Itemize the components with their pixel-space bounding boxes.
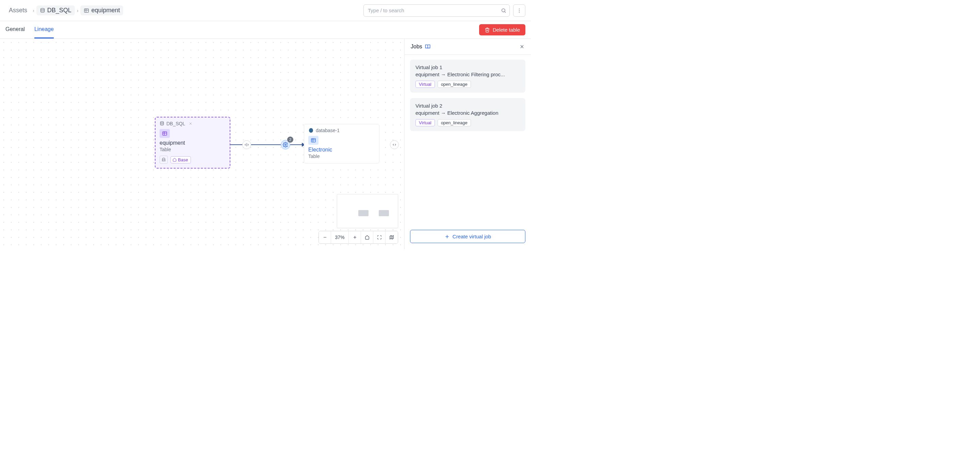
- edge-count-badge: 2: [287, 137, 293, 143]
- zoom-level: 37%: [331, 231, 349, 243]
- svg-point-19: [309, 128, 313, 133]
- job-card[interactable]: Virtual job 2 equipment → Electronic Agg…: [410, 98, 525, 131]
- tag-virtual: Virtual: [415, 81, 435, 88]
- topbar-right: [363, 5, 525, 17]
- map-toggle-button[interactable]: [385, 231, 398, 243]
- svg-point-11: [160, 121, 163, 123]
- job-name: Virtual job 1: [415, 64, 520, 70]
- node-type-icon: [159, 129, 170, 138]
- jobs-list: Virtual job 1 equipment → Electronic Fil…: [404, 55, 531, 225]
- svg-point-8: [519, 11, 520, 12]
- postgres-icon: [308, 128, 314, 133]
- node-source-group: DB_SQL: [166, 121, 185, 126]
- tag-kind: open_lineage: [438, 81, 471, 88]
- svg-point-0: [40, 8, 44, 10]
- trash-icon: [485, 27, 490, 33]
- book-open-icon[interactable]: [425, 44, 430, 50]
- search-wrap: [363, 5, 510, 17]
- delete-table-label: Delete table: [493, 27, 520, 33]
- breadcrumb: Assets › DB_SQL › equipment: [5, 5, 123, 15]
- job-description: equipment → Electronic Filtering proc...: [415, 72, 520, 77]
- tab-lineage[interactable]: Lineage: [34, 21, 54, 38]
- tab-row: General Lineage Delete table: [0, 21, 531, 39]
- plus-icon: [444, 234, 450, 240]
- lineage-canvas[interactable]: 2 DB_SQL equipment Table: [0, 39, 404, 249]
- close-icon: [519, 44, 525, 50]
- lineage-node-target[interactable]: database-1 Electronic Table: [304, 124, 379, 163]
- breadcrumb-db[interactable]: DB_SQL: [37, 5, 75, 15]
- tab-general[interactable]: General: [5, 21, 25, 38]
- node-source-name: equipment: [159, 140, 226, 146]
- create-virtual-job-label: Create virtual job: [453, 233, 491, 240]
- node-target-header: database-1: [308, 128, 375, 133]
- job-description: equipment → Electronic Aggregation: [415, 110, 520, 116]
- breadcrumb-item[interactable]: equipment: [80, 5, 123, 15]
- expand-left-handle[interactable]: [242, 140, 251, 149]
- create-virtual-job-button[interactable]: Create virtual job: [410, 230, 525, 243]
- minimap-block: [379, 210, 389, 216]
- delete-table-button[interactable]: Delete table: [479, 24, 525, 35]
- expand-right-handle[interactable]: [390, 140, 399, 149]
- map-icon: [389, 235, 394, 240]
- svg-point-9: [285, 144, 286, 145]
- node-source-header: DB_SQL: [159, 121, 226, 126]
- job-name: Virtual job 2: [415, 103, 520, 109]
- zoom-out-button[interactable]: [319, 231, 331, 243]
- svg-point-6: [519, 8, 520, 9]
- lineage-node-source[interactable]: DB_SQL equipment Table Base: [155, 117, 231, 169]
- svg-rect-14: [163, 132, 167, 136]
- more-button[interactable]: [513, 5, 525, 17]
- tag-kind: open_lineage: [438, 119, 471, 126]
- ghost-icon: [159, 156, 168, 164]
- breadcrumb-assets[interactable]: Assets: [5, 5, 30, 15]
- node-close-icon[interactable]: [189, 121, 192, 126]
- base-badge: Base: [170, 156, 191, 163]
- minimap-view: [339, 196, 396, 226]
- home-icon: [365, 235, 369, 240]
- zoom-reset-button[interactable]: [361, 231, 373, 243]
- base-badge-label: Base: [178, 157, 188, 163]
- minimap[interactable]: [337, 194, 398, 228]
- maximize-icon: [377, 235, 382, 240]
- fullscreen-button[interactable]: [373, 231, 385, 243]
- search-input[interactable]: [363, 5, 510, 17]
- jobs-panel-title: Jobs: [411, 43, 430, 50]
- more-vertical-icon: [517, 8, 522, 13]
- node-target-group: database-1: [316, 128, 340, 133]
- jobs-panel: Jobs Virtual job 1 equipment → Electroni…: [404, 39, 531, 249]
- minimap-block: [358, 210, 369, 216]
- tag-virtual: Virtual: [415, 119, 435, 126]
- breadcrumb-db-label: DB_SQL: [47, 7, 72, 14]
- top-bar: Assets › DB_SQL › equipment: [0, 0, 531, 21]
- expand-horizontal-icon: [392, 142, 397, 147]
- search-icon: [501, 8, 506, 13]
- table-icon: [162, 131, 168, 136]
- node-target-name[interactable]: Electronic: [308, 147, 375, 153]
- database-icon: [159, 121, 164, 126]
- breadcrumb-item-label: equipment: [91, 7, 120, 14]
- minus-icon: [323, 235, 327, 240]
- svg-point-7: [519, 10, 520, 11]
- main: 2 DB_SQL equipment Table: [0, 39, 531, 249]
- table-icon: [84, 8, 89, 13]
- job-card[interactable]: Virtual job 1 equipment → Electronic Fil…: [410, 59, 525, 93]
- chevron-right-icon: ›: [77, 8, 79, 13]
- jobs-title-label: Jobs: [411, 43, 422, 50]
- gear-icon: [283, 142, 288, 147]
- zoom-in-button[interactable]: [349, 231, 361, 243]
- svg-point-4: [502, 8, 505, 11]
- close-panel-button[interactable]: [519, 44, 525, 50]
- jobs-panel-header: Jobs: [404, 39, 531, 55]
- lineage-edge: [231, 144, 305, 145]
- node-source-type: Table: [159, 147, 226, 152]
- job-tags: Virtual open_lineage: [415, 81, 520, 88]
- node-badges: Base: [159, 156, 226, 164]
- svg-rect-1: [84, 8, 89, 12]
- table-icon: [310, 137, 317, 143]
- database-icon: [40, 8, 45, 13]
- chevron-right-icon: ›: [33, 8, 34, 13]
- plus-icon: [353, 235, 357, 240]
- svg-line-5: [504, 11, 506, 13]
- node-type-icon: [308, 136, 318, 145]
- svg-rect-20: [311, 139, 315, 142]
